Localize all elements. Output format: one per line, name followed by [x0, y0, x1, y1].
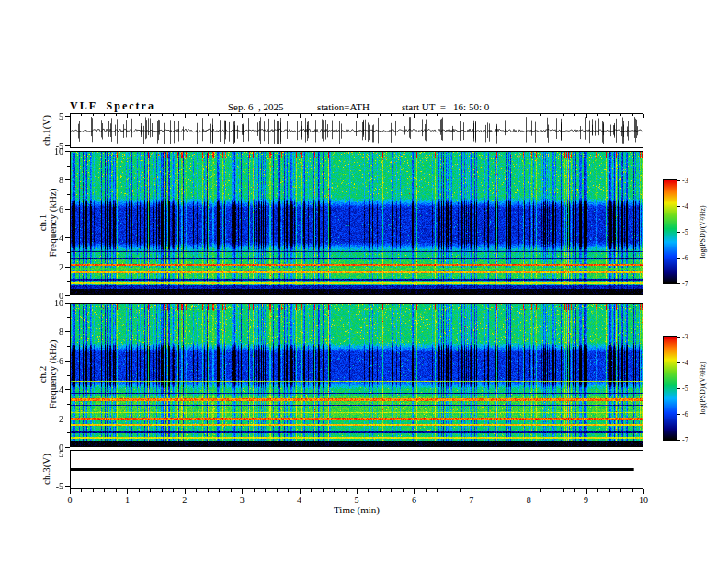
x-tick-label: 3 — [240, 495, 245, 505]
colorbar-tick — [677, 232, 680, 233]
ch2-spectrogram-axis-label-line2: Frequency (kHz) — [48, 340, 58, 409]
colorbar-tick — [677, 414, 680, 415]
x-major-tick — [185, 114, 186, 118]
colorbar-1-canvas — [664, 180, 677, 283]
colorbar-2 — [663, 336, 677, 441]
x-minor-tick — [460, 489, 461, 492]
freq-major-tick — [65, 179, 70, 180]
x-tick-label: 9 — [584, 495, 588, 505]
ch1-spectrogram-canvas — [71, 152, 643, 294]
x-minor-tick — [380, 114, 381, 116]
figure-date: Sep. 6 , 2025 — [228, 101, 284, 112]
x-minor-tick — [196, 114, 197, 116]
x-minor-tick — [620, 114, 621, 116]
freq-minor-tick — [67, 224, 70, 224]
x-major-tick — [529, 114, 529, 118]
x-major-tick — [472, 114, 472, 118]
x-minor-tick — [139, 114, 140, 116]
freq-minor-tick — [67, 281, 70, 282]
x-minor-tick — [368, 114, 369, 116]
volt-tick-label: 5 — [59, 448, 63, 458]
volt-tick — [65, 454, 70, 454]
x-minor-tick — [620, 489, 621, 492]
x-minor-tick — [506, 114, 506, 116]
x-minor-tick — [93, 489, 94, 492]
x-major-tick — [643, 489, 644, 494]
x-minor-tick — [162, 114, 163, 116]
x-minor-tick — [81, 489, 82, 492]
colorbar-tick-label: -4 — [682, 202, 688, 211]
x-tick-label: 1 — [125, 495, 130, 505]
x-minor-tick — [632, 489, 633, 492]
colorbar-tick-label: -6 — [682, 410, 688, 419]
ch3-voltage-axis-label: ch.3(V) — [41, 454, 51, 485]
x-tick-label: 4 — [297, 495, 301, 505]
colorbar-2-canvas — [664, 337, 677, 440]
x-tick-label: 2 — [182, 495, 187, 505]
x-minor-tick — [563, 489, 564, 492]
x-minor-tick — [288, 114, 289, 116]
x-major-tick — [300, 114, 301, 118]
x-minor-tick — [173, 114, 174, 116]
x-minor-tick — [334, 489, 335, 492]
ch2-spectrogram-axis-label: ch.2 Frequency (kHz) — [38, 340, 58, 409]
x-minor-tick — [552, 489, 552, 492]
x-minor-tick — [380, 489, 381, 492]
ch3-waveform-panel — [70, 450, 643, 489]
x-tick-label: 7 — [469, 495, 473, 505]
x-minor-tick — [540, 489, 541, 492]
colorbar-2-label: log(PSD)/(V²/Hz) — [698, 362, 708, 415]
freq-minor-tick — [67, 252, 70, 253]
x-major-tick — [414, 489, 415, 494]
freq-major-tick — [65, 295, 70, 296]
x-minor-tick — [219, 114, 220, 116]
ch1-waveform-canvas — [71, 114, 643, 147]
x-minor-tick — [426, 114, 427, 116]
colorbar-tick-label: -7 — [682, 436, 688, 444]
ch1-waveform-panel — [70, 113, 643, 148]
colorbar-tick — [677, 388, 680, 389]
freq-tick-label: 6 — [59, 203, 63, 213]
x-tick-label: 8 — [527, 495, 531, 505]
ch1-voltage-axis-label: ch.1(V) — [41, 115, 51, 146]
x-tick-label: 10 — [639, 495, 648, 505]
freq-tick-label: 2 — [59, 413, 63, 423]
freq-major-tick — [65, 389, 70, 390]
x-minor-tick — [219, 489, 220, 492]
x-minor-tick — [437, 114, 438, 116]
colorbar-tick-label: -3 — [682, 177, 688, 185]
x-minor-tick — [254, 489, 255, 492]
x-minor-tick — [632, 114, 633, 116]
x-minor-tick — [552, 114, 552, 116]
x-minor-tick — [323, 489, 324, 492]
x-minor-tick — [139, 489, 140, 492]
x-major-tick — [586, 114, 587, 118]
x-minor-tick — [150, 489, 151, 492]
x-major-tick — [127, 489, 128, 494]
freq-major-tick — [65, 447, 70, 448]
x-minor-tick — [265, 489, 266, 492]
x-major-tick — [300, 489, 301, 494]
freq-major-tick — [65, 361, 70, 362]
colorbar-tick-label: -7 — [682, 280, 688, 288]
x-minor-tick — [288, 489, 289, 492]
colorbar-tick-label: -6 — [682, 254, 688, 262]
freq-minor-tick — [67, 346, 70, 347]
x-minor-tick — [231, 114, 232, 116]
x-minor-tick — [574, 489, 575, 492]
x-minor-tick — [597, 114, 598, 116]
x-major-tick — [127, 114, 128, 118]
freq-major-tick — [65, 267, 70, 268]
time-axis-label: Time (min) — [334, 504, 380, 515]
x-minor-tick — [104, 489, 105, 492]
x-minor-tick — [449, 489, 449, 492]
x-major-tick — [472, 489, 472, 494]
x-minor-tick — [311, 489, 312, 492]
x-minor-tick — [483, 489, 483, 492]
vlf-spectra-figure: VLF Spectra Sep. 6 , 2025 station=ATH st… — [0, 0, 728, 563]
x-minor-tick — [150, 114, 151, 116]
x-minor-tick — [518, 489, 518, 492]
x-minor-tick — [116, 114, 117, 116]
x-minor-tick — [391, 114, 392, 116]
x-minor-tick — [334, 114, 335, 116]
